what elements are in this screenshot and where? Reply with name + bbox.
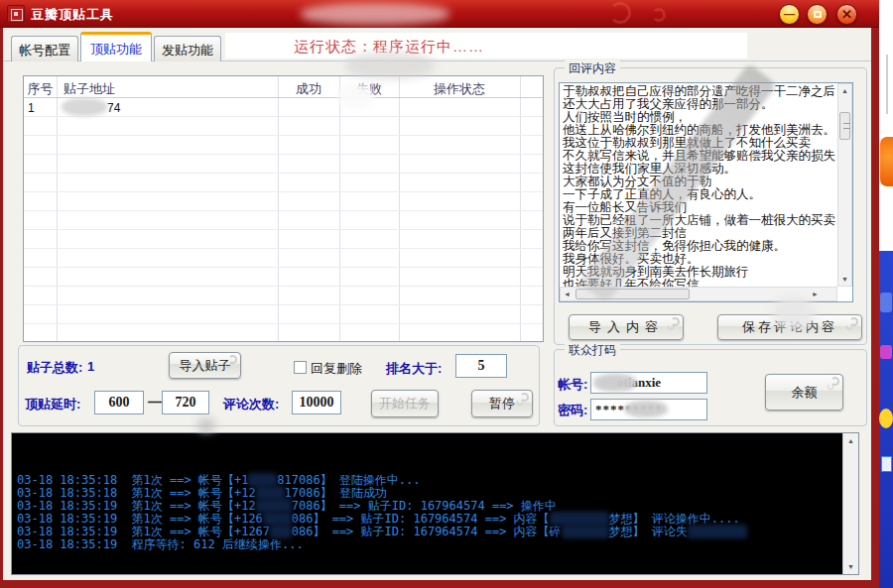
delay-to-input[interactable] xyxy=(162,391,209,414)
scroll-right-icon[interactable]: ► xyxy=(809,288,822,300)
row-index: 1 xyxy=(28,101,35,115)
scrollbar-thumb[interactable] xyxy=(839,112,850,140)
row-address-suffix: 74 xyxy=(107,101,120,115)
posts-table[interactable]: 序号 贴子地址 成功 失败 操作状态 1 74 xyxy=(23,75,544,342)
table-row[interactable] xyxy=(24,174,543,192)
swirl-ornament-icon xyxy=(228,355,237,364)
screen: 豆瓣顶贴工具 — ✕ 帐号配置 顶贴功能 发贴功能 运行状态：程序运行中…… 序… xyxy=(0,0,893,588)
scroll-left-icon[interactable]: ◄ xyxy=(561,288,574,300)
minimize-icon: — xyxy=(784,8,795,20)
desktop-fragment xyxy=(881,456,892,472)
blur-artifact xyxy=(338,83,374,109)
swirl-ornament-icon xyxy=(520,393,529,402)
header-address: 贴子地址 xyxy=(64,80,115,98)
table-row[interactable] xyxy=(24,249,543,268)
scroll-up-icon[interactable]: ▲ xyxy=(838,84,851,97)
blur-artifact xyxy=(301,3,449,25)
table-row[interactable] xyxy=(24,192,543,211)
delay-range-dash: — xyxy=(148,394,162,410)
log-line: 03-18 18:35:19 程序等待: 612 后继续操作... xyxy=(17,538,747,551)
table-row[interactable] xyxy=(24,136,543,155)
table-row[interactable] xyxy=(24,117,543,136)
app-icon xyxy=(7,5,25,23)
status-strip: 运行状态：程序运行中…… xyxy=(225,33,747,59)
table-row[interactable] xyxy=(24,268,543,287)
desktop-background xyxy=(879,0,893,588)
import-content-label: 导入内容 xyxy=(588,319,664,334)
total-posts-value: 1 xyxy=(87,359,94,374)
desktop-orange-logo-fragment xyxy=(880,137,893,186)
blur-artifact xyxy=(624,401,668,417)
comment-count-label: 评论次数: xyxy=(223,396,279,413)
swirl-ornament-icon xyxy=(830,377,839,386)
import-posts-label: 导入贴子 xyxy=(180,358,231,373)
captcha-password-label: 密码: xyxy=(558,402,587,419)
titlebar-ornament-icon xyxy=(609,2,631,24)
table-row[interactable] xyxy=(24,155,543,174)
blur-artifact xyxy=(197,418,215,432)
table-row[interactable] xyxy=(24,305,543,324)
tab-post-function[interactable]: 发贴功能 xyxy=(154,36,221,61)
log-lines: 03-18 18:35:18 第1次 ==> 帐号【+12674817086】 … xyxy=(17,435,747,551)
comment-count-input[interactable] xyxy=(292,391,341,414)
table-row[interactable] xyxy=(24,211,543,230)
captcha-group-label: 联众打码 xyxy=(565,342,620,359)
close-button[interactable]: ✕ xyxy=(836,4,857,25)
header-index: 序号 xyxy=(24,80,57,98)
maximize-button[interactable] xyxy=(807,4,828,25)
window-title: 豆瓣顶贴工具 xyxy=(31,6,114,24)
tab-account-config[interactable]: 帐号配置 xyxy=(11,36,78,61)
captcha-account-label: 帐号: xyxy=(558,376,587,394)
blur-artifact xyxy=(345,52,435,79)
vertical-scrollbar[interactable]: ▲ ▼ xyxy=(837,83,852,287)
log-vertical-scrollbar[interactable]: ▲ ▼ xyxy=(842,433,858,574)
reply-delete-checkbox[interactable] xyxy=(294,361,307,374)
import-content-button[interactable]: 导入内容 xyxy=(569,314,684,340)
blur-artifact xyxy=(773,296,815,330)
close-icon: ✕ xyxy=(841,7,852,22)
start-task-button[interactable]: 开始任务 xyxy=(371,390,439,417)
desktop-scrollbar-fragment xyxy=(886,55,888,114)
pause-button[interactable]: 暂停 xyxy=(471,390,533,417)
table-row[interactable] xyxy=(24,324,543,343)
bump-delay-label: 顶贴延时: xyxy=(25,396,80,413)
import-posts-button[interactable]: 导入贴子 xyxy=(169,352,241,379)
maximize-icon xyxy=(814,11,822,18)
swirl-ornament-icon xyxy=(671,317,680,326)
delay-from-input[interactable] xyxy=(94,391,144,414)
desktop-fragment xyxy=(879,409,893,428)
pause-label: 暂停 xyxy=(489,396,515,411)
blur-artifact xyxy=(62,98,107,116)
balance-label: 余额 xyxy=(792,385,818,400)
table-empty-rows xyxy=(24,117,543,343)
rank-greater-label: 排名大于: xyxy=(386,360,442,378)
scroll-down-icon[interactable]: ▼ xyxy=(844,560,857,573)
titlebar-ornament-icon xyxy=(652,8,666,22)
blur-artifact xyxy=(593,374,637,392)
balance-button[interactable]: 余额 xyxy=(765,374,843,411)
app-window: 豆瓣顶贴工具 — ✕ 帐号配置 顶贴功能 发贴功能 运行状态：程序运行中…… 序… xyxy=(0,0,879,588)
scroll-up-icon[interactable]: ▲ xyxy=(844,434,857,447)
table-row[interactable] xyxy=(24,287,543,305)
table-header-row: 序号 贴子地址 成功 失败 操作状态 xyxy=(24,76,543,98)
scroll-down-icon[interactable]: ▼ xyxy=(838,273,851,286)
desktop-fragment xyxy=(880,293,892,312)
table-row[interactable] xyxy=(24,230,543,249)
tab-bump-function[interactable]: 顶贴功能 xyxy=(80,32,152,61)
minimize-button[interactable]: — xyxy=(779,4,800,25)
reply-content-group-label: 回评内容 xyxy=(565,60,620,77)
log-console[interactable]: 03-18 18:35:18 第1次 ==> 帐号【+12674817086】 … xyxy=(11,432,859,575)
reply-delete-label: 回复删除 xyxy=(311,360,362,378)
header-status: 操作状态 xyxy=(399,80,520,98)
total-posts-label: 贴子总数: xyxy=(27,359,82,377)
swirl-ornament-icon xyxy=(849,317,858,326)
rank-input[interactable] xyxy=(455,354,507,378)
header-success: 成功 xyxy=(278,80,339,98)
thumb-grip xyxy=(843,123,850,129)
desktop-fragment xyxy=(880,345,892,359)
